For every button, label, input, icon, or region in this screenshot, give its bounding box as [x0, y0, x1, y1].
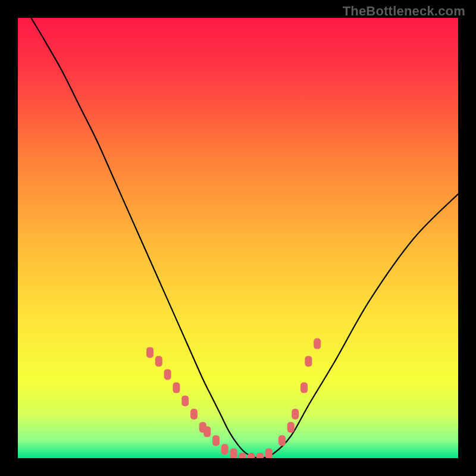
highlight-marker [190, 409, 198, 419]
highlight-marker [230, 449, 237, 458]
highlight-marker [146, 347, 154, 358]
highlight-marker [212, 435, 220, 446]
highlight-marker [278, 435, 286, 446]
chart-frame [18, 18, 458, 458]
highlight-marker [155, 356, 162, 367]
highlight-marker [173, 383, 180, 393]
highlight-marker [203, 427, 211, 437]
highlight-marker [300, 383, 308, 393]
highlight-marker [248, 453, 255, 458]
highlight-marker [239, 453, 246, 458]
highlight-marker [314, 339, 321, 349]
highlight-marker [181, 396, 189, 406]
chart-svg [18, 18, 458, 458]
watermark-text: TheBottleneck.com [343, 4, 465, 19]
highlight-marker [305, 356, 312, 367]
highlight-marker [287, 422, 295, 433]
highlight-markers-group [146, 339, 321, 458]
bottleneck-curve [31, 18, 458, 458]
highlight-marker [265, 449, 273, 458]
highlight-marker [221, 444, 228, 455]
highlight-marker [292, 409, 299, 419]
highlight-marker [256, 453, 264, 458]
highlight-marker [164, 369, 171, 380]
